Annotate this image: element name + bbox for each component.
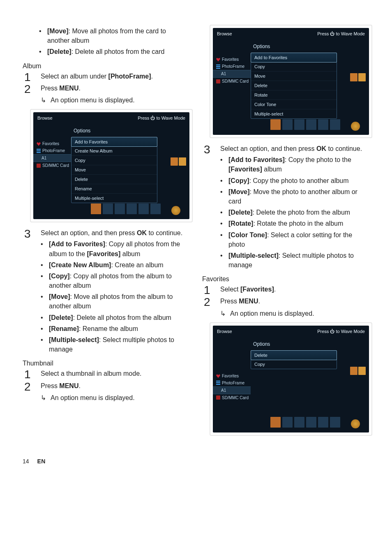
bullet-delete: [Delete]: Delete all photos from the car… — [39, 47, 190, 56]
album-opt-copy: [Copy]: Copy all photos from the album t… — [41, 271, 190, 290]
thumb-step3-list: Select an option, and then press OK to c… — [202, 144, 369, 270]
screenshot-favorites-options: Browse Press ⏻ to Wave Mode Favorites Ph… — [210, 322, 372, 436]
side-sdcard[interactable]: SD/MMC Card — [213, 394, 251, 401]
thumb-preview — [171, 157, 187, 166]
menu-item[interactable]: Copy — [251, 360, 337, 369]
side-favorites[interactable]: Favorites — [213, 372, 251, 379]
menu-item[interactable]: Add to Favorites — [71, 137, 157, 147]
side-favorites[interactable]: Favorites — [33, 140, 71, 147]
heart-icon — [216, 58, 220, 62]
screenshot-album-options: Browse Press ⏻ to Wave Mode Favorites Ph… — [30, 109, 193, 222]
thumb-preview — [350, 73, 367, 82]
bars-icon — [37, 149, 41, 153]
page-lang: EN — [37, 458, 45, 465]
power-icon: ⏻ — [330, 329, 334, 334]
thumb-opt-rotate: [Rotate]: Rotate the photo in the album — [220, 219, 369, 228]
menu-item[interactable]: Create New Album — [71, 146, 157, 156]
menu-item[interactable]: Move — [71, 165, 157, 175]
thumbnail-heading: Thumbnail — [23, 360, 190, 367]
thumb-opt-move: [Move]: Move the photo to another album … — [220, 187, 369, 206]
shot1-title: Browse — [37, 116, 53, 120]
side-photoframe[interactable]: PhotoFrame — [213, 63, 251, 70]
menu-item[interactable]: Copy — [71, 156, 157, 165]
thumb-opt-fav: [Add to Favorites]: Copy the photo to th… — [220, 155, 369, 174]
album-opt-move: [Move]: Move all photos from the album t… — [41, 292, 190, 311]
favorites-steps: Select [Favorites]. Press MENU. — [202, 284, 369, 306]
thumb-preview — [350, 367, 367, 376]
side-sdcard[interactable]: SD/MMC Card — [33, 162, 71, 169]
heart-icon — [37, 142, 41, 146]
side-favorites[interactable]: Favorites — [213, 56, 251, 63]
thumb-opt-multi: [Multiple-select]: Select multiple photo… — [220, 251, 369, 270]
next-arrow-icon[interactable] — [351, 419, 360, 428]
menu-item[interactable]: Delete — [251, 81, 337, 90]
album-step-2: Press MENU. — [23, 83, 190, 93]
bars-icon — [216, 65, 220, 69]
menu-item[interactable]: Delete — [71, 175, 157, 184]
album-heading: Album — [23, 62, 190, 70]
screenshot-thumbnail-options: Browse Press ⏻ to Wave Mode Favorites Ph… — [210, 25, 372, 138]
shot3-title: Browse — [217, 329, 232, 334]
album-opt-create: [Create New Album]: Create an album — [41, 260, 190, 270]
shot2-title: Browse — [217, 31, 232, 36]
menu-item[interactable]: Add to Favorites — [251, 53, 337, 62]
menu-item[interactable]: Copy — [251, 62, 337, 72]
right-column: Browse Press ⏻ to Wave Mode Favorites Ph… — [202, 25, 369, 442]
album-step-1: Select an album under [PhotoFrame]. — [23, 72, 190, 81]
album-steps: Select an album under [PhotoFrame]. Pres… — [23, 72, 190, 93]
shot1-hint: Press ⏻ to Wave Mode — [138, 116, 185, 120]
menu-item[interactable]: Rotate — [251, 90, 337, 100]
side-sdcard[interactable]: SD/MMC Card — [213, 78, 251, 85]
album-opt-fav: [Add to Favorites]: Copy all photos from… — [41, 239, 190, 258]
shot3-sidebar: Favorites PhotoFrame A1 SD/MMC Card — [213, 340, 251, 422]
initial-bullets: [Move]: Move all photos from the card to… — [23, 26, 190, 57]
filmstrip — [213, 414, 369, 432]
side-a1[interactable]: A1 — [33, 154, 71, 162]
menu-item[interactable]: Move — [251, 72, 337, 81]
shot1-sidebar: Favorites PhotoFrame A1 SD/MMC Card — [33, 126, 71, 208]
filmstrip — [213, 117, 369, 135]
shot3-menu-title: Options — [251, 340, 337, 350]
menu-item[interactable]: Rename — [71, 184, 157, 194]
power-icon: ⏻ — [330, 31, 334, 36]
bars-icon — [216, 381, 220, 385]
heart-icon — [216, 374, 220, 378]
sdcard-icon — [216, 79, 220, 83]
next-arrow-icon[interactable] — [171, 206, 180, 215]
thumbnail-steps: Select a thumbnail in album mode. Press … — [23, 369, 190, 390]
thumb-opt-delete: [Delete]: Delete the photo from the albu… — [220, 208, 369, 217]
menu-item[interactable]: Color Tone — [251, 100, 337, 109]
next-arrow-icon[interactable] — [351, 122, 360, 131]
page-footer: 14 EN — [0, 458, 392, 477]
shot1-menu: Options Add to Favorites Create New Albu… — [71, 126, 157, 208]
bullet-move: [Move]: Move all photos from the card to… — [39, 26, 190, 45]
thumb-opt-copy: [Copy]: Copy the photo to another album — [220, 176, 369, 185]
fav-step-1: Select [Favorites]. — [202, 284, 369, 294]
shot3-menu: Options Delete Copy — [251, 340, 337, 422]
fav-arrow: An option menu is displayed. — [202, 309, 369, 318]
left-column: [Move]: Move all photos from the card to… — [23, 25, 190, 442]
filmstrip — [33, 201, 189, 219]
side-a1[interactable]: A1 — [213, 386, 251, 394]
album-opt-delete: [Delete]: Delete all photos from the alb… — [41, 313, 190, 322]
side-a1[interactable]: A1 — [213, 70, 251, 78]
sdcard-icon — [216, 395, 220, 400]
side-photoframe[interactable]: PhotoFrame — [33, 147, 71, 154]
thumb-step-2: Press MENU. — [23, 381, 190, 391]
album-arrow: An option menu is displayed. — [23, 95, 190, 105]
thumb-step-3: Select an option, and then press OK to c… — [202, 144, 369, 270]
shot2-sidebar: Favorites PhotoFrame A1 SD/MMC Card — [213, 42, 251, 124]
album-step3-list: Select an option, and then press OK to c… — [23, 228, 190, 354]
shot2-hint: Press ⏻ to Wave Mode — [317, 31, 365, 36]
album-opt-rename: [Rename]: Rename the album — [41, 324, 190, 333]
side-photoframe[interactable]: PhotoFrame — [213, 379, 251, 386]
shot2-menu: Options Add to Favorites Copy Move Delet… — [251, 42, 337, 124]
thumb-arrow: An option menu is displayed. — [23, 393, 190, 402]
thumb-step-1: Select a thumbnail in album mode. — [23, 369, 190, 378]
favorites-heading: Favorites — [202, 275, 369, 283]
menu-item[interactable]: Delete — [251, 350, 337, 360]
album-step-3: Select an option, and then press OK to c… — [23, 228, 190, 354]
page-number: 14 — [23, 458, 29, 465]
shot1-menu-title: Options — [71, 126, 157, 137]
thumb-opt-colortone: [Color Tone]: Select a color setting for… — [220, 230, 369, 249]
